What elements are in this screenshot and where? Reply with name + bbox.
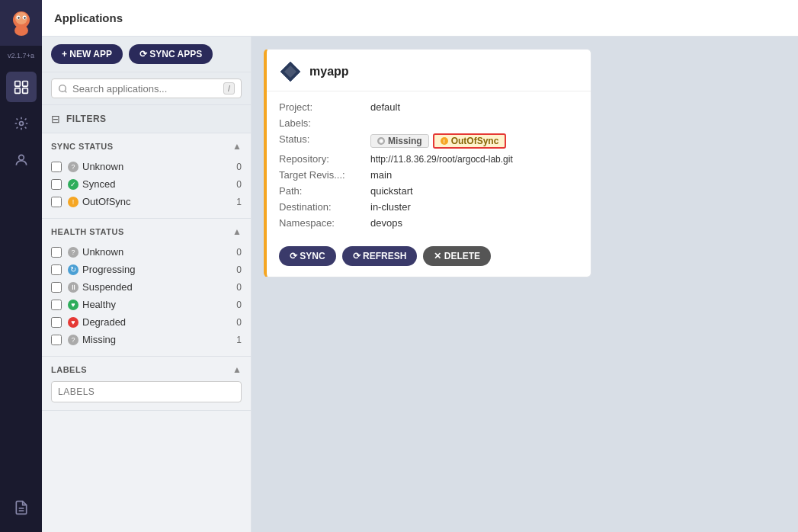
app-card-actions: ⟳ SYNC ⟳ REFRESH ✕ DELETE xyxy=(267,239,591,277)
namespace-value: devops xyxy=(370,217,402,229)
project-row: Project: default xyxy=(279,99,578,115)
filter-health-progressing-checkbox[interactable] xyxy=(51,264,62,275)
app-card-logo-icon xyxy=(279,60,302,83)
sync-status-chevron[interactable]: ▲ xyxy=(232,141,242,152)
sync-status-section: SYNC STATUS ▲ ? Unknown 0 ✓ xyxy=(42,133,251,219)
filter-health-degraded-checkbox[interactable] xyxy=(51,317,62,328)
filter-sync-synced[interactable]: ✓ Synced 0 xyxy=(51,175,242,193)
sync-apps-button[interactable]: ⟳ SYNC APPS xyxy=(129,44,213,64)
health-degraded-text: Degraded xyxy=(82,316,126,328)
search-slash-hint: / xyxy=(223,82,235,95)
svg-point-6 xyxy=(14,25,28,36)
labels-header: LABELS ▲ xyxy=(51,364,242,375)
path-row: Path: quickstart xyxy=(279,183,578,199)
app-card-header: myapp xyxy=(267,50,591,91)
filter-sync-synced-checkbox[interactable] xyxy=(51,179,62,190)
filter-health-unknown-checkbox[interactable] xyxy=(51,247,62,258)
status-missing-badge: ◉ Missing xyxy=(370,134,429,148)
svg-point-5 xyxy=(24,17,25,18)
filter-sidebar: + NEW APP ⟳ SYNC APPS / ⊟ FILTERS xyxy=(42,37,252,532)
card-sync-button[interactable]: ⟳ SYNC xyxy=(279,246,336,266)
nav-item-docs[interactable] xyxy=(6,492,37,523)
filter-funnel-icon: ⊟ xyxy=(51,113,60,125)
filters-label: FILTERS xyxy=(66,114,107,124)
search-bar: / xyxy=(42,72,251,105)
filter-health-unknown[interactable]: ? Unknown 0 xyxy=(51,243,242,261)
app-card-myapp: myapp Project: default Labels: Status: xyxy=(264,49,591,277)
health-progressing-count: 0 xyxy=(236,264,242,275)
filter-health-healthy-label: ♥ Healthy xyxy=(68,299,230,310)
search-icon xyxy=(58,84,68,94)
version-label: v2.1.7+a xyxy=(8,52,34,59)
health-status-section: HEALTH STATUS ▲ ? Unknown 0 ↻ xyxy=(42,219,251,357)
filter-health-missing-checkbox[interactable] xyxy=(51,335,62,345)
content-area: + NEW APP ⟳ SYNC APPS / ⊟ FILTERS xyxy=(42,37,798,532)
card-delete-button[interactable]: ✕ DELETE xyxy=(423,246,491,266)
missing-dot-icon: ◉ xyxy=(377,137,385,145)
namespace-row: Namespace: devops xyxy=(279,215,578,231)
filter-health-degraded-label: ♥ Degraded xyxy=(68,316,230,328)
sync-synced-text: Synced xyxy=(82,178,115,190)
filter-health-unknown-label: ? Unknown xyxy=(68,246,230,258)
health-status-title: HEALTH STATUS xyxy=(51,227,124,236)
sync-unknown-text: Unknown xyxy=(82,161,123,172)
filter-health-healthy-checkbox[interactable] xyxy=(51,300,62,310)
svg-point-15 xyxy=(59,85,66,91)
path-label: Path: xyxy=(279,185,370,197)
app-logo xyxy=(0,0,42,46)
sync-unknown-count: 0 xyxy=(236,162,242,172)
filter-health-degraded[interactable]: ♥ Degraded 0 xyxy=(51,313,242,331)
sync-status-title: SYNC STATUS xyxy=(51,142,114,151)
filter-health-healthy[interactable]: ♥ Healthy 0 xyxy=(51,296,242,313)
sync-outofsync-text: OutOfSync xyxy=(82,196,131,207)
labels-section: LABELS ▲ xyxy=(42,357,251,411)
outofsync-icon: ! xyxy=(441,137,448,145)
nav-item-user[interactable] xyxy=(6,145,37,175)
health-unknown-icon: ? xyxy=(68,247,79,258)
filter-sync-outofsync-label: ! OutOfSync xyxy=(68,196,230,207)
main-area: Applications + NEW APP ⟳ SYNC APPS / xyxy=(42,0,798,532)
svg-rect-10 xyxy=(22,88,27,94)
svg-rect-8 xyxy=(22,82,27,87)
filter-sync-unknown-checkbox[interactable] xyxy=(51,162,62,172)
repo-label: Repository: xyxy=(279,153,370,165)
filter-health-progressing-label: ↻ Progressing xyxy=(68,264,230,275)
target-value: main xyxy=(370,169,392,181)
labels-chevron[interactable]: ▲ xyxy=(232,364,242,375)
filter-health-suspended[interactable]: ⏸ Suspended 0 xyxy=(51,278,242,296)
health-status-chevron[interactable]: ▲ xyxy=(232,226,242,237)
filter-health-progressing[interactable]: ↻ Progressing 0 xyxy=(51,261,242,278)
search-input[interactable] xyxy=(72,83,219,95)
repo-row: Repository: http://11.8.36.29/root/argoc… xyxy=(279,151,578,167)
namespace-label: Namespace: xyxy=(279,217,370,229)
filter-health-suspended-label: ⏸ Suspended xyxy=(68,281,230,293)
filter-health-missing-label: ? Missing xyxy=(68,334,230,345)
health-missing-count: 1 xyxy=(236,335,242,345)
filter-health-suspended-checkbox[interactable] xyxy=(51,282,62,293)
new-app-button[interactable]: + NEW APP xyxy=(51,44,123,64)
svg-point-4 xyxy=(18,17,19,18)
filter-sync-outofsync-checkbox[interactable] xyxy=(51,197,62,207)
svg-rect-7 xyxy=(14,82,20,87)
health-degraded-count: 0 xyxy=(236,317,242,328)
repo-value: http://11.8.36.29/root/argocd-lab.git xyxy=(370,153,513,165)
filter-sync-unknown[interactable]: ? Unknown 0 xyxy=(51,158,242,175)
health-suspended-count: 0 xyxy=(236,282,242,293)
labels-input[interactable] xyxy=(51,381,242,402)
nav-item-settings[interactable] xyxy=(6,108,37,139)
labels-key: Labels: xyxy=(279,117,370,129)
health-progressing-icon: ↻ xyxy=(68,264,79,275)
health-status-header: HEALTH STATUS ▲ xyxy=(51,226,242,237)
card-refresh-button[interactable]: ⟳ REFRESH xyxy=(342,246,418,266)
filters-toolbar: ⊟ FILTERS xyxy=(42,105,251,133)
sync-outofsync-count: 1 xyxy=(236,197,242,207)
status-key: Status: xyxy=(279,133,370,149)
nav-item-apps[interactable] xyxy=(6,72,37,102)
sync-synced-icon: ✓ xyxy=(68,179,79,190)
labels-row: Labels: xyxy=(279,115,578,131)
filter-health-missing[interactable]: ? Missing 1 xyxy=(51,331,242,348)
filter-sync-outofsync[interactable]: ! OutOfSync 1 xyxy=(51,193,242,210)
health-progressing-text: Progressing xyxy=(82,264,135,275)
sync-outofsync-icon: ! xyxy=(68,197,79,207)
nav-sidebar: v2.1.7+a xyxy=(0,0,42,532)
